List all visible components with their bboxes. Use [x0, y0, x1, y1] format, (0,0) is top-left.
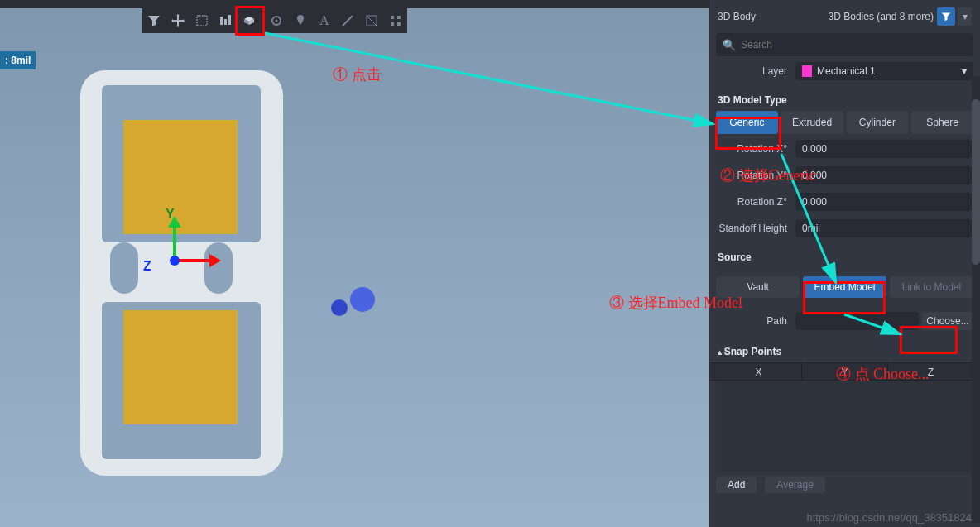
- svg-rect-1: [220, 17, 223, 25]
- svg-rect-12: [397, 22, 401, 26]
- standoff-label: Standoff Height: [716, 223, 795, 234]
- anno-3: ③ 选择Embed Model: [609, 293, 742, 313]
- hole-left: [110, 242, 138, 294]
- snap-col-x: X: [716, 363, 802, 380]
- layer-select[interactable]: Mechanical 1 ▾: [795, 62, 973, 80]
- rotz-label: Rotation Z°: [716, 196, 795, 208]
- axis-x-arrow: [209, 254, 221, 267]
- snap-add-button[interactable]: Add: [716, 477, 757, 493]
- panel-title-left: 3D Body: [718, 11, 756, 22]
- roty-input[interactable]: 0.000: [795, 166, 973, 184]
- svg-line-8: [367, 16, 377, 26]
- search-icon: 🔍: [723, 39, 736, 51]
- move-tool[interactable]: [166, 8, 190, 33]
- text-tool[interactable]: A: [312, 8, 336, 33]
- snap-average-button[interactable]: Average: [765, 477, 824, 493]
- model-type-sphere[interactable]: Sphere: [911, 111, 973, 134]
- pin-tool[interactable]: [289, 8, 313, 33]
- zoom-pill: : 8mil: [0, 51, 36, 69]
- watermark: https://blog.csdn.net/qq_38351824: [807, 511, 973, 524]
- svg-rect-11: [391, 22, 394, 26]
- axis-z-label: Z: [143, 259, 151, 274]
- standoff-input[interactable]: 0mil: [795, 219, 973, 237]
- pad-bottom: [123, 310, 238, 424]
- panel-dropdown-button[interactable]: ▾: [958, 7, 972, 26]
- ball-small: [331, 299, 348, 316]
- svg-rect-2: [224, 19, 227, 25]
- model-type-cylinder[interactable]: Cylinder: [847, 111, 909, 134]
- rotz-input[interactable]: 0.000: [795, 193, 973, 211]
- highlight-embed: [803, 281, 886, 314]
- origin-tool[interactable]: [265, 8, 289, 33]
- anno-1: ① 点击: [333, 65, 382, 84]
- editor-toolbar: A: [142, 8, 407, 33]
- model-type-title: 3D Model Type: [709, 83, 980, 111]
- snap-footer: Add Average: [709, 472, 980, 493]
- ball-large: [350, 287, 375, 312]
- source-link[interactable]: Link to Model: [890, 276, 973, 298]
- topbar: [0, 0, 709, 8]
- layer-label: Layer: [716, 65, 795, 77]
- select-rect-tool[interactable]: [190, 8, 214, 33]
- layer-color-chip: [802, 65, 812, 77]
- search-box[interactable]: 🔍: [716, 33, 973, 56]
- properties-panel: 3D Body 3D Bodies (and 8 more) ▾ 🔍 Layer…: [709, 0, 980, 527]
- filter-tool[interactable]: [142, 8, 166, 33]
- model-type-extruded[interactable]: Extruded: [781, 111, 843, 134]
- panel-title-right: 3D Bodies (and 8 more): [829, 11, 934, 22]
- svg-line-6: [343, 16, 353, 26]
- root: : 8mil Y Z A: [0, 0, 980, 527]
- svg-rect-0: [197, 16, 207, 26]
- svg-rect-9: [391, 16, 394, 19]
- path-label: Path: [716, 315, 795, 327]
- hole-right: [204, 242, 233, 294]
- axis-origin: [170, 256, 180, 266]
- chevron-down-icon: ▾: [962, 65, 967, 77]
- svg-rect-10: [397, 16, 401, 19]
- axis-y-label: Y: [166, 207, 175, 222]
- rotx-input[interactable]: 0.000: [795, 140, 973, 158]
- svg-point-5: [276, 20, 278, 22]
- panel-filter-button[interactable]: [937, 7, 955, 26]
- search-input[interactable]: [741, 39, 967, 50]
- editor-canvas[interactable]: : 8mil Y Z: [0, 8, 709, 527]
- snap-body[interactable]: [716, 381, 973, 472]
- dimension-tool[interactable]: [360, 8, 384, 33]
- component-outline: Y Z: [80, 70, 283, 476]
- anno-2: ② 选择Generic: [720, 165, 815, 185]
- highlight-body3d: [235, 6, 265, 36]
- line-tool[interactable]: [336, 8, 360, 33]
- anno-4: ④ 点 Choose...: [836, 364, 930, 384]
- highlight-choose: [900, 326, 958, 354]
- layer-value: Mechanical 1: [817, 65, 876, 77]
- svg-rect-3: [228, 15, 231, 25]
- panel-header: 3D Body 3D Bodies (and 8 more) ▾: [709, 0, 980, 33]
- highlight-generic: [715, 117, 781, 150]
- align-tool[interactable]: [214, 8, 238, 33]
- panel-scroll-thumb[interactable]: [972, 99, 980, 265]
- source-title: Source: [709, 240, 980, 268]
- array-tool[interactable]: [383, 8, 407, 33]
